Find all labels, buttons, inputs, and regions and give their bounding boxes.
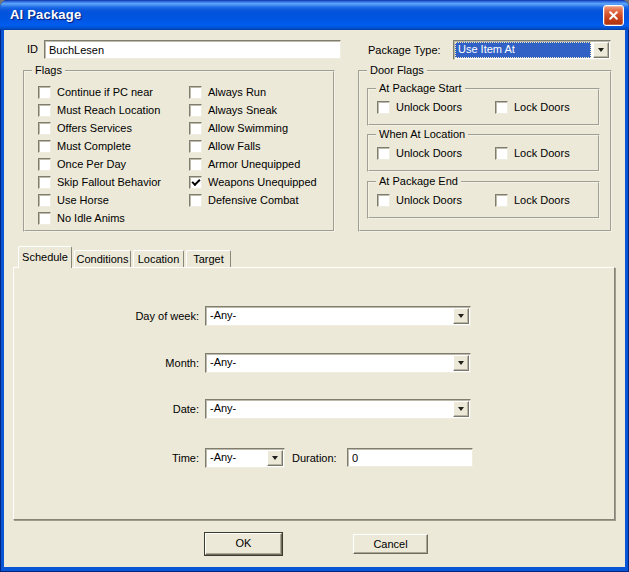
package-type-combobox[interactable]: Use Item At [453,40,611,60]
flags-right-column: Always Run Always Sneak Allow Swimming A… [189,86,317,207]
tab-schedule[interactable]: Schedule [18,246,72,268]
end-lock-doors[interactable]: Lock Doors [495,194,570,207]
start-lock-doors[interactable]: Lock Doors [495,101,570,114]
ok-button[interactable]: OK [205,533,282,555]
schedule-tab-panel: Day of week: -Any- Month: -Any- Date: -A… [13,267,615,520]
flag-allow-falls[interactable]: Allow Falls [189,140,317,153]
checkbox[interactable] [189,176,202,189]
flag-continue-if-pc-near[interactable]: Continue if PC near [38,86,161,99]
flag-once-per-day[interactable]: Once Per Day [38,158,161,171]
chevron-down-icon [458,361,464,365]
close-icon [608,10,619,21]
checkbox[interactable] [38,194,51,207]
flag-offers-services[interactable]: Offers Services [38,122,161,135]
flags-group: Flags Continue if PC near Must Reach Loc… [23,70,335,232]
door-flags-when-at-location-group: When At Location Unlock Doors Lock Doors [367,134,600,172]
tab-conditions[interactable]: Conditions [74,250,131,267]
checkbox[interactable] [38,212,51,225]
month-combobox[interactable]: -Any- [205,353,471,373]
end-unlock-doors[interactable]: Unlock Doors [377,194,462,207]
at-package-end-legend: At Package End [376,175,461,188]
date-label: Date: [99,403,199,416]
package-type-value: Use Item At [455,42,591,58]
cancel-button[interactable]: Cancel [353,534,428,554]
door-flags-group-legend: Door Flags [367,64,427,77]
window-title: AI Package [10,7,81,22]
flag-allow-swimming[interactable]: Allow Swimming [189,122,317,135]
checkbox[interactable] [189,122,202,135]
tab-target[interactable]: Target [186,250,231,267]
package-type-dropdown-button[interactable] [593,42,609,58]
checkbox[interactable] [495,147,508,160]
checkbox[interactable] [495,194,508,207]
month-label: Month: [99,357,199,370]
time-dropdown-button[interactable] [267,450,283,466]
checkbox[interactable] [189,104,202,117]
flag-must-reach-location[interactable]: Must Reach Location [38,104,161,117]
checkbox[interactable] [377,194,390,207]
day-of-week-label: Day of week: [99,310,199,323]
duration-label: Duration: [292,452,337,465]
checkbox[interactable] [38,122,51,135]
dialog-body: ID Package Type: Use Item At Flags Conti… [4,30,625,567]
door-flags-at-package-end-group: At Package End Unlock Doors Lock Doors [367,181,600,219]
time-label: Time: [99,452,199,465]
flag-skip-fallout-behavior[interactable]: Skip Fallout Behavior [38,176,161,189]
chevron-down-icon [598,48,604,52]
duration-input[interactable] [347,448,473,467]
day-of-week-dropdown-button[interactable] [453,308,469,324]
flag-no-idle-anims[interactable]: No Idle Anims [38,212,161,225]
flag-always-run[interactable]: Always Run [189,86,317,99]
date-value: -Any- [206,400,452,418]
flag-armor-unequipped[interactable]: Armor Unequipped [189,158,317,171]
id-input[interactable] [44,40,341,59]
ai-package-dialog: AI Package ID Package Type: Use Item At … [0,0,629,572]
flag-must-complete[interactable]: Must Complete [38,140,161,153]
checkbox[interactable] [189,140,202,153]
checkbox[interactable] [189,86,202,99]
checkbox[interactable] [38,140,51,153]
location-unlock-doors[interactable]: Unlock Doors [377,147,462,160]
date-combobox[interactable]: -Any- [205,399,471,419]
checkbox[interactable] [377,101,390,114]
date-dropdown-button[interactable] [453,401,469,417]
flag-use-horse[interactable]: Use Horse [38,194,161,207]
flags-left-column: Continue if PC near Must Reach Location … [38,86,161,225]
flag-weapons-unequipped[interactable]: Weapons Unequipped [189,176,317,189]
checkbox[interactable] [495,101,508,114]
start-unlock-doors[interactable]: Unlock Doors [377,101,462,114]
chevron-down-icon [272,456,278,460]
month-dropdown-button[interactable] [453,355,469,371]
door-flags-group: Door Flags At Package Start Unlock Doors… [358,70,612,232]
time-combobox[interactable]: -Any- [205,448,285,468]
at-package-start-legend: At Package Start [376,82,465,95]
chevron-down-icon [458,314,464,318]
month-value: -Any- [206,354,452,372]
checkbox[interactable] [38,86,51,99]
day-of-week-value: -Any- [206,307,452,325]
titlebar[interactable]: AI Package [0,0,629,30]
flags-group-legend: Flags [32,64,65,77]
time-value: -Any- [206,449,266,467]
day-of-week-combobox[interactable]: -Any- [205,306,471,326]
flag-defensive-combat[interactable]: Defensive Combat [189,194,317,207]
chevron-down-icon [458,407,464,411]
checkbox[interactable] [189,158,202,171]
checkbox[interactable] [38,176,51,189]
checkbox[interactable] [189,194,202,207]
when-at-location-legend: When At Location [376,128,468,141]
checkbox[interactable] [377,147,390,160]
package-type-label: Package Type: [368,44,441,57]
close-button[interactable] [603,5,624,26]
location-lock-doors[interactable]: Lock Doors [495,147,570,160]
door-flags-at-package-start-group: At Package Start Unlock Doors Lock Doors [367,88,600,126]
tab-location[interactable]: Location [133,250,184,267]
flag-always-sneak[interactable]: Always Sneak [189,104,317,117]
checkbox[interactable] [38,158,51,171]
id-label: ID [27,43,38,56]
checkbox[interactable] [38,104,51,117]
